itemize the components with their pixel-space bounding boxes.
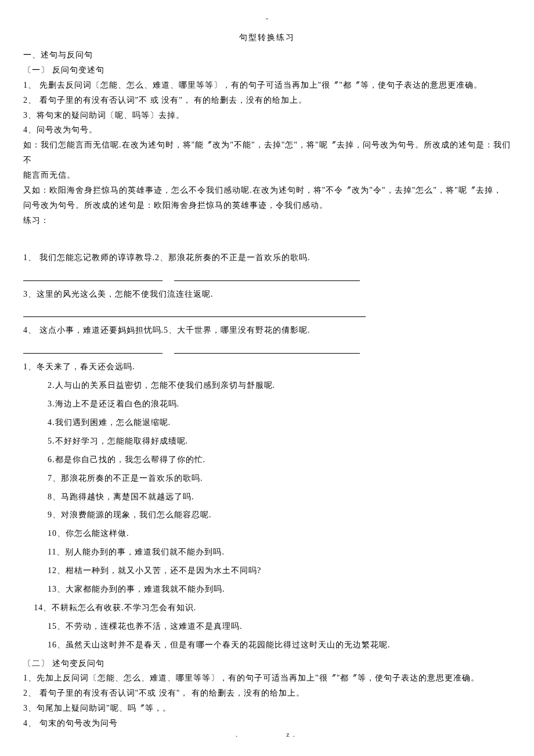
- extra-item-14: 14、不耕耘怎么有收获.不学习怎会有知识.: [23, 600, 511, 615]
- blank-line: [174, 343, 360, 354]
- page-title: 句型转换练习: [23, 30, 511, 45]
- section-1-heading: 一、述句与反问句: [23, 48, 511, 63]
- top-dash: -: [23, 12, 511, 26]
- practice-label: 练习：: [23, 213, 511, 228]
- subsection-2-title: 〔二〕 述句变反问句: [23, 656, 511, 671]
- example-1-line-1: 如：我们怎能言而无信呢.在改为述句时，将"能〞改为"不能"，去掉"怎"，将"呢〞…: [23, 138, 511, 168]
- sec2-rule-2: 2、 看句子里的有没有否认词"不或 没有"， 有的给删去，没有的给加上。: [23, 686, 511, 701]
- sec2-rule-3: 3、句尾加上疑问助词"呢、吗〞等，。: [23, 701, 511, 716]
- blank-line: [23, 343, 163, 354]
- extra-item-1: 1、冬天来了，春天还会远吗.: [23, 359, 511, 375]
- extra-item-4: 4.我们遇到困难，怎么能退缩呢.: [23, 415, 511, 430]
- document-page: - 句型转换练习 一、述句与反问句 〔一〕 反问句变述句 1、 先删去反问词〔怎…: [0, 0, 534, 756]
- extra-item-7: 7、那浪花所奏的不正是一首欢乐的歌吗.: [23, 471, 511, 486]
- extra-item-9: 9、对浪费能源的现象，我们怎么能容忍呢.: [23, 507, 511, 523]
- example-2-line-1: 又如：欧阳海舍身拦惊马的英雄事迹，怎么不令我们感动呢.在改为述句时，将"不令〞改…: [23, 183, 511, 198]
- footer-right: z.: [286, 730, 298, 739]
- answer-blank-3: [23, 343, 511, 354]
- blank-line: [23, 270, 163, 281]
- practice-q3: 3、这里的风光这么美，怎能不使我们流连往返呢.: [23, 287, 511, 302]
- extra-item-15: 15、不劳动，连棵花也养不活，这难道不是真理吗.: [23, 619, 511, 634]
- blank-line: [23, 306, 366, 317]
- footer-left: .: [236, 730, 241, 739]
- practice-q1: 1、 我们怎能忘记教师的谆谆教导.2、那浪花所奏的不正是一首欢乐的歌吗.: [23, 250, 511, 265]
- spacer: [23, 233, 511, 246]
- extra-practice-list: 1、冬天来了，春天还会远吗. 2.人与山的关系日益密切，怎能不使我们感到亲切与舒…: [23, 359, 511, 652]
- extra-item-13: 13、大家都能办到的事，难道我就不能办到吗.: [23, 582, 511, 597]
- extra-item-11: 11、别人能办到的事，难道我们就不能办到吗.: [23, 545, 511, 560]
- extra-item-3: 3.海边上不是还泛着白色的浪花吗.: [23, 397, 511, 412]
- answer-blank-1: [23, 270, 511, 281]
- rule-1: 1、 先删去反问词〔怎能、怎么、难道、哪里等等〕，有的句子可适当再加上"很〞"都…: [23, 78, 511, 93]
- extra-item-5: 5.不好好学习，怎能能取得好成绩呢.: [23, 434, 511, 449]
- rule-3: 3、将句末的疑问助词〔呢、吗等〕去掉。: [23, 108, 511, 123]
- practice-q4: 4、 这点小事，难道还要妈妈担忧吗.5、大千世界，哪里没有野花的倩影呢.: [23, 323, 511, 338]
- example-2-line-2: 问号改为句号。所改成的述句是：欧阳海舍身拦惊马的英雄事迹，令我们感动。: [23, 198, 511, 213]
- answer-blank-2: [23, 306, 511, 317]
- rule-2: 2、 看句子里的有没有否认词"不 或 没有"， 有的给删去，没有的给加上。: [23, 93, 511, 108]
- sec2-rule-1: 1、先加上反问词〔怎能、怎么、难道、哪里等等〕，有的句子可适当再加上"很〞"都〞…: [23, 671, 511, 686]
- extra-item-12: 12、柑桔一种到，就又小又苦，还不是因为水土不同吗?: [23, 563, 511, 578]
- extra-item-10: 10、你怎么能这样做.: [23, 526, 511, 541]
- subsection-1-title: 〔一〕 反问句变述句: [23, 63, 511, 78]
- blank-line: [174, 270, 360, 281]
- extra-item-8: 8、马跑得越快，离楚国不就越远了吗.: [23, 489, 511, 505]
- example-1-line-2: 能言而无信。: [23, 168, 511, 183]
- rule-4: 4、问号改为句号。: [23, 123, 511, 138]
- extra-item-6: 6.都是你自己找的，我怎么帮得了你的忙.: [23, 452, 511, 467]
- extra-item-16: 16、虽然天山这时并不是春天，但是有哪一个春天的花园能比得过这时天山的无边繁花呢…: [23, 638, 511, 653]
- page-footer: . z.: [0, 728, 534, 741]
- extra-item-2: 2.人与山的关系日益密切，怎能不使我们感到亲切与舒服呢.: [23, 378, 511, 393]
